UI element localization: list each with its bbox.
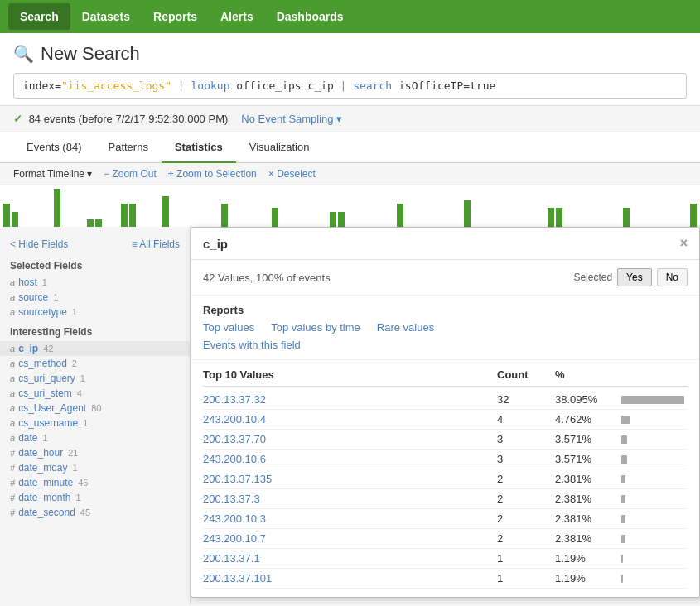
table-row: 243.200.10.7 2 2.381% [203, 529, 688, 549]
value-200.13.37.70[interactable]: 200.13.37.70 [203, 433, 497, 445]
table-row: 243.200.10.4 4 4.762% [203, 410, 688, 430]
nav-alerts[interactable]: Alerts [209, 3, 265, 30]
field-date_second: # date_second 45 [0, 505, 190, 520]
events-with-field-link[interactable]: Events with this field [203, 339, 301, 351]
pct-9: 1.19% [555, 572, 621, 584]
top-navigation: Search Datasets Reports Alerts Dashboard… [0, 0, 700, 33]
field-cs_username: a cs_username 1 [0, 416, 190, 430]
value-243.200.10.6[interactable]: 243.200.10.6 [203, 453, 497, 465]
search-query-bar[interactable]: index="iis_access_logs" | lookup office_… [13, 73, 687, 99]
timeline-bar [690, 204, 697, 227]
rare-values-link[interactable]: Rare values [377, 321, 434, 334]
field-sourcetype: a sourcetype 1 [0, 305, 190, 320]
query-index: index="iis_access_logs" [22, 79, 171, 92]
field-source-link[interactable]: source [18, 291, 48, 303]
zoom-out-btn[interactable]: − Zoom Out [104, 168, 157, 180]
deselect-btn[interactable]: × Deselect [268, 168, 316, 180]
yes-button[interactable]: Yes [617, 268, 652, 286]
selected-fields-title: Selected Fields [0, 253, 190, 275]
field-cs_username-link[interactable]: cs_username [18, 417, 78, 429]
count-6: 2 [497, 512, 555, 525]
count-8: 1 [497, 552, 555, 565]
field-cs_uri_stem-link[interactable]: cs_uri_stem [18, 387, 72, 399]
field-date_second-link[interactable]: date_second [18, 507, 75, 518]
tab-statistics[interactable]: Statistics [162, 132, 236, 163]
value-200.13.37.32[interactable]: 200.13.37.32 [203, 393, 497, 406]
field-c_ip-link[interactable]: c_ip [18, 343, 38, 354]
reports-title: Reports [203, 304, 688, 316]
col-header-pct: % [555, 368, 621, 381]
pct-3: 3.571% [555, 453, 621, 465]
no-event-sampling[interactable]: No Event Sampling [241, 113, 342, 125]
col-header-value: Top 10 Values [203, 368, 497, 381]
nav-dashboards[interactable]: Dashboards [265, 3, 355, 30]
value-200.13.37.1[interactable]: 200.13.37.1 [203, 552, 497, 565]
tab-patterns[interactable]: Patterns [94, 132, 161, 163]
table-row: 200.13.37.3 2 2.381% [203, 489, 688, 509]
count-0: 32 [497, 393, 555, 406]
field-date_month-link[interactable]: date_month [18, 492, 70, 503]
zoom-to-selection-btn[interactable]: + Zoom to Selection [168, 168, 257, 180]
field-cs_User_Agent: a cs_User_Agent 80 [0, 401, 190, 416]
col-header-bar [621, 368, 688, 381]
format-timeline-btn[interactable]: Format Timeline ▾ [13, 168, 92, 180]
popup-close-btn[interactable]: × [680, 236, 688, 251]
nav-datasets[interactable]: Datasets [70, 3, 142, 30]
table-row: 200.13.37.135 2 2.381% [203, 469, 688, 489]
timeline-bar [12, 212, 18, 227]
field-host: a host 1 [0, 275, 190, 290]
field-cs_method: a cs_method 2 [0, 356, 190, 371]
hide-fields-btn[interactable]: < Hide Fields [10, 238, 68, 250]
tabs-bar: Events (84) Patterns Statistics Visualiz… [0, 132, 700, 163]
tab-events[interactable]: Events (84) [13, 132, 94, 163]
timeline-bar [338, 212, 345, 227]
field-c_ip: a c_ip 42 [0, 341, 190, 356]
nav-reports[interactable]: Reports [142, 3, 209, 30]
popup-title: c_ip [203, 237, 228, 251]
count-1: 4 [497, 413, 555, 426]
value-200.13.37.135[interactable]: 200.13.37.135 [203, 473, 497, 485]
nav-search[interactable]: Search [8, 3, 70, 30]
field-date_minute-link[interactable]: date_minute [18, 477, 73, 488]
popup-summary-text: 42 Values, 100% of events [203, 272, 331, 284]
count-9: 1 [497, 572, 555, 584]
field-cs_uri_query: a cs_uri_query 1 [0, 371, 190, 386]
popup-summary: 42 Values, 100% of events Selected Yes N… [191, 260, 699, 296]
top-values-link[interactable]: Top values [203, 321, 254, 334]
top-values-by-time-link[interactable]: Top values by time [271, 321, 360, 334]
field-date_hour-link[interactable]: date_hour [18, 447, 63, 459]
field-date-link[interactable]: date [18, 432, 37, 444]
field-date_hour: # date_hour 21 [0, 445, 190, 460]
field-date_mday: # date_mday 1 [0, 460, 190, 475]
value-243.200.10.7[interactable]: 243.200.10.7 [203, 532, 497, 545]
timeline-bar [129, 204, 136, 227]
value-243.200.10.3[interactable]: 243.200.10.3 [203, 512, 497, 525]
field-cs_method-link[interactable]: cs_method [18, 358, 67, 369]
field-cs_uri_query-link[interactable]: cs_uri_query [18, 373, 75, 384]
field-sourcetype-link[interactable]: sourcetype [18, 306, 67, 318]
count-3: 3 [497, 453, 555, 465]
tab-visualization[interactable]: Visualization [236, 132, 323, 163]
pct-4: 2.381% [555, 473, 621, 485]
field-date: a date 1 [0, 430, 190, 445]
pct-8: 1.19% [555, 552, 621, 565]
field-host-link[interactable]: host [18, 277, 37, 288]
timeline-bar [548, 208, 554, 227]
count-7: 2 [497, 532, 555, 545]
timeline-bar [397, 204, 403, 227]
value-200.13.37.3[interactable]: 200.13.37.3 [203, 493, 497, 505]
no-button[interactable]: No [657, 268, 688, 286]
selected-buttons: Selected Yes No [573, 268, 688, 286]
field-cs_User_Agent-link[interactable]: cs_User_Agent [18, 402, 86, 414]
timeline-bar [272, 208, 278, 227]
value-200.13.37.101[interactable]: 200.13.37.101 [203, 572, 497, 584]
all-fields-btn[interactable]: ≡ All Fields [132, 238, 180, 250]
field-date_month: # date_month 1 [0, 490, 190, 505]
timeline-bar [221, 204, 228, 227]
value-243.200.10.4[interactable]: 243.200.10.4 [203, 413, 497, 426]
event-count-text: ✓ 84 events (before 7/2/17 9:52:30.000 P… [13, 113, 228, 125]
field-date_mday-link[interactable]: date_mday [18, 462, 67, 474]
timeline-bar [54, 189, 60, 227]
popup-links: Top values Top values by time Rare value… [203, 321, 688, 334]
pct-5: 2.381% [555, 493, 621, 505]
